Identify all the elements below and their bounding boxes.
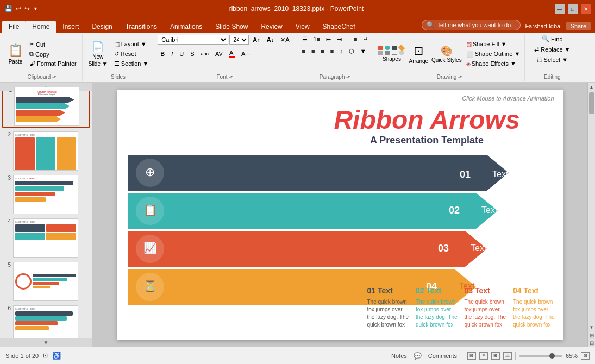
text-desc-4: 04 Text The quick brown fox jumps over t… (513, 286, 558, 329)
normal-view-button[interactable]: ⊟ (467, 352, 476, 360)
slide-thumb-5[interactable]: 5 (2, 261, 90, 302)
align-left-button[interactable]: ≡ (299, 47, 308, 56)
reading-view-button[interactable]: 📖 (503, 352, 512, 360)
replace-button[interactable]: ⇄ Replace ▼ (533, 45, 572, 53)
tab-view[interactable]: View (289, 21, 316, 33)
clear-format-button[interactable]: ✕A (278, 35, 292, 45)
bold-button[interactable]: B (158, 49, 167, 58)
window-restore[interactable]: □ (568, 4, 578, 14)
vertical-scrollbar[interactable]: ▲ ▼ ⊞ ⊟ (587, 83, 595, 347)
select-button[interactable]: ⬚ Select ▼ (535, 55, 570, 64)
decrease-indent-button[interactable]: ⇤ (323, 35, 334, 44)
copy-button[interactable]: ⧉ Copy (27, 49, 79, 59)
tab-file[interactable]: File (2, 21, 26, 33)
line-spacing-button[interactable]: ↕ (337, 47, 346, 56)
char-spacing-button[interactable]: A↔ (239, 49, 254, 58)
outline-view-button[interactable]: ≡ (479, 352, 488, 360)
title-bar: 💾 ↩ ↪ ▼ ribbon_arrows_2010_18323.pptx - … (0, 0, 595, 17)
slide-scroll-down[interactable]: ▼ (0, 338, 92, 347)
increase-indent-button[interactable]: ⇥ (334, 35, 345, 44)
smartart-button[interactable]: ⬡ (346, 47, 357, 56)
share-button[interactable]: Share (566, 22, 591, 30)
scroll-down-arrow[interactable]: ▼ (588, 323, 596, 331)
align-center-button[interactable]: ≡ (309, 47, 317, 56)
shape-outline-button[interactable]: ⬜ Shape Outline ▼ (465, 50, 522, 58)
slide-img-2: SLIDE TITLE HERE (13, 131, 78, 171)
paste-button[interactable]: 📋 Paste (5, 36, 26, 71)
new-slide-button[interactable]: 📄 New Slide ▼ (86, 36, 110, 71)
arrange-button[interactable]: ⊡ Arrange (409, 44, 428, 64)
columns-button[interactable]: ⋮≡ (345, 35, 360, 44)
redo-icon[interactable]: ↪ (24, 5, 30, 12)
tab-home[interactable]: Home (26, 21, 56, 33)
cut-button[interactable]: ✂ Cut (27, 40, 79, 49)
paste-icon: 📋 (8, 43, 23, 58)
slide-thumb-1[interactable]: 1 Ribbon Arrows A Presentation Template (2, 85, 90, 128)
slide-thumb-4[interactable]: 4 SLIDE TITLE HERE (2, 217, 90, 259)
strikethrough-button[interactable]: S (187, 49, 197, 58)
tab-insert[interactable]: Insert (56, 21, 85, 33)
slide-thumb-3[interactable]: 3 SLIDE TITLE HERE (2, 174, 90, 215)
scroll-track[interactable] (588, 91, 595, 323)
notes-button[interactable]: Notes (388, 352, 410, 360)
bullets-button[interactable]: ☰ (299, 35, 310, 44)
numbering-button[interactable]: 1≡ (311, 35, 323, 44)
quick-access-toolbar[interactable]: 💾 ↩ ↪ ▼ (4, 5, 38, 12)
paragraph-group: ☰ 1≡ ⇤ ⇥ ⋮≡ ⤶ ≡ ≡ ≡ ≡ ↕ ⬡ ▼ Paragraph ⬏ (296, 34, 375, 81)
scroll-thumb[interactable] (589, 92, 594, 114)
zoom-slider[interactable] (519, 355, 562, 357)
section-button[interactable]: ☰ Section ▼ (112, 59, 151, 68)
reset-button[interactable]: ↺ Reset (112, 49, 151, 59)
format-painter-button[interactable]: 🖌 Format Painter (27, 59, 79, 68)
window-minimize[interactable]: — (555, 4, 565, 14)
undo-icon[interactable]: ↩ (16, 5, 21, 12)
align-right-button[interactable]: ≡ (318, 47, 327, 56)
find-button[interactable]: 🔍 Find (540, 35, 564, 43)
tell-me-box[interactable]: 🔍 Tell me what you want to do... (422, 20, 521, 30)
tab-design[interactable]: Design (85, 21, 118, 33)
tab-transitions[interactable]: Transitions (119, 21, 164, 33)
window-close[interactable]: ✕ (581, 4, 591, 14)
text-direction-button[interactable]: ⤶ (360, 35, 371, 44)
layout-button[interactable]: ⬚ Layout ▼ (112, 40, 151, 49)
zoom-thumb[interactable] (549, 353, 555, 359)
expand-icon[interactable]: ⊞ (588, 331, 596, 339)
slide-img-3: SLIDE TITLE HERE (13, 175, 78, 214)
main-title: Ribbon Arrows (302, 106, 552, 135)
tab-review[interactable]: Review (254, 21, 289, 33)
customize-icon[interactable]: ▼ (33, 6, 38, 11)
fit-window-button[interactable]: ⊡ (581, 352, 590, 360)
canvas-area: Click Mouse to Advance Animation Ribbon … (92, 83, 587, 347)
slide-thumb-2[interactable]: 2 SLIDE TITLE HERE (2, 130, 90, 172)
shape-fill-button[interactable]: ▧ Shape Fill ▼ (465, 40, 522, 48)
convert-text-button[interactable]: ▼ (358, 47, 369, 56)
text-descriptions: 01 Text The quick brown fox jumps over t… (367, 286, 558, 329)
underline-button[interactable]: U (177, 49, 186, 58)
font-increase-button[interactable]: A↑ (250, 35, 262, 44)
save-icon[interactable]: 💾 (4, 5, 12, 12)
shape-effects-button[interactable]: ◈ Shape Effects ▼ (465, 60, 522, 68)
quick-styles-button[interactable]: 🎨 Quick Styles (431, 45, 462, 63)
font-size-select[interactable]: 24 (229, 35, 249, 45)
comments-button[interactable]: Comments (425, 352, 460, 360)
font-decrease-button[interactable]: A↓ (264, 35, 277, 44)
italic-button[interactable]: I (168, 49, 176, 58)
text-shadow-button[interactable]: AV (212, 49, 226, 58)
tab-animations[interactable]: Animations (164, 21, 209, 33)
tab-shapechef[interactable]: ShapeChef (316, 21, 362, 33)
svg-text:Text: Text (492, 170, 509, 179)
justify-button[interactable]: ≡ (328, 47, 336, 56)
slide-sorter-button[interactable]: ⊞ (491, 352, 500, 360)
status-left: Slide 1 of 20 ⊡ ♿ (5, 352, 61, 360)
text-desc-3: 03 Text The quick brown fox jumps over t… (465, 286, 509, 329)
slide-canvas[interactable]: Click Mouse to Advance Animation Ribbon … (117, 90, 563, 340)
font-face-select[interactable]: Calibri (158, 35, 228, 45)
small-caps-button[interactable]: abc (198, 50, 212, 58)
slide-img-5 (13, 262, 78, 301)
tab-slideshow[interactable]: Slide Show (209, 21, 254, 33)
drawing-group: Shapes ⊡ Arrange 🎨 Quick Styles ▧ Shape … (374, 34, 525, 81)
scroll-up-arrow[interactable]: ▲ (588, 83, 596, 91)
font-color-button[interactable]: A (227, 48, 237, 59)
collapse-icon[interactable]: ⊟ (588, 339, 596, 347)
shapes-button[interactable]: Shapes (378, 46, 405, 62)
